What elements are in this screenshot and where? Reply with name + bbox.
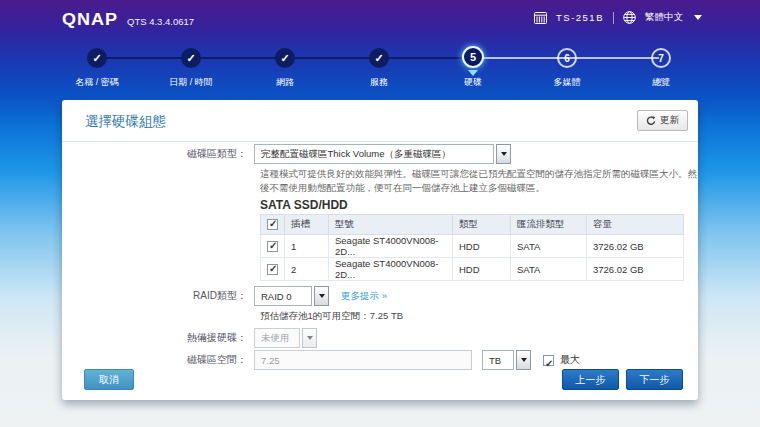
dropdown-arrow-icon[interactable] bbox=[496, 144, 511, 164]
next-step-button[interactable]: 下一步 bbox=[626, 369, 683, 390]
globe-icon bbox=[623, 11, 636, 24]
volume-type-label: 磁碟區類型： bbox=[62, 144, 254, 164]
panel-header: 選擇硬碟組態 更新 bbox=[62, 100, 698, 142]
check-icon bbox=[87, 48, 107, 68]
step-summary[interactable]: 7 總覽 bbox=[626, 46, 696, 89]
pool-estimate-text: 預估儲存池1的可用空間：7.25 TB bbox=[260, 310, 403, 323]
table-header-row: 插槽 型號 類型 匯流排類型 容量 bbox=[261, 215, 684, 235]
column-type: 類型 bbox=[453, 215, 511, 235]
volume-type-row: 磁碟區類型： 完整配置磁碟區Thick Volume（多重磁碟區） bbox=[62, 144, 511, 164]
refresh-button[interactable]: 更新 bbox=[637, 110, 688, 131]
column-slot: 插槽 bbox=[285, 215, 329, 235]
raid-type-select[interactable]: RAID 0 bbox=[254, 286, 329, 306]
table-row[interactable]: 1 Seagate ST4000VN008-2D... HDD SATA 372… bbox=[261, 235, 684, 258]
setup-stepper: 名稱 / 密碼 日期 / 時間 網路 服務 5 硬碟 6 多媒體 7 總覽 bbox=[62, 46, 696, 88]
raid-type-label: RAID類型： bbox=[62, 286, 254, 306]
brand: QNAP QTS 4.3.4.0617 bbox=[62, 9, 194, 30]
divider bbox=[613, 12, 614, 24]
column-capacity: 容量 bbox=[587, 215, 684, 235]
volume-space-input[interactable] bbox=[254, 350, 472, 370]
step-name-password[interactable]: 名稱 / 密碼 bbox=[62, 46, 132, 89]
dropdown-arrow-icon bbox=[302, 328, 317, 348]
step-number: 7 bbox=[651, 48, 671, 68]
active-step-pointer-icon bbox=[468, 70, 478, 76]
previous-step-button[interactable]: 上一步 bbox=[562, 369, 619, 390]
check-icon bbox=[181, 48, 201, 68]
dropdown-arrow-icon[interactable] bbox=[516, 350, 531, 370]
step-number: 5 bbox=[462, 46, 484, 68]
column-model: 型號 bbox=[329, 215, 453, 235]
max-label: 最大 bbox=[560, 350, 580, 370]
cancel-button[interactable]: 取消 bbox=[84, 369, 134, 390]
dropdown-arrow-icon[interactable] bbox=[314, 286, 329, 306]
step-date-time[interactable]: 日期 / 時間 bbox=[156, 46, 226, 89]
more-hints-link[interactable]: 更多提示 » bbox=[341, 286, 387, 306]
step-disk-active[interactable]: 5 硬碟 bbox=[438, 46, 508, 89]
step-network[interactable]: 網路 bbox=[250, 46, 320, 89]
qnap-logo: QNAP bbox=[62, 10, 118, 29]
hot-spare-select: 未使用 bbox=[254, 328, 317, 348]
top-bar: QNAP QTS 4.3.4.0617 TS-251B 繁體中文 bbox=[0, 0, 760, 34]
volume-type-description: 這種模式可提供良好的效能與彈性。磁碟區可讓您從已預先配置空間的儲存池指定所需的磁… bbox=[260, 167, 698, 195]
chevron-down-icon[interactable] bbox=[694, 15, 702, 20]
select-all-checkbox[interactable] bbox=[267, 219, 278, 230]
disk-checkbox[interactable] bbox=[267, 264, 278, 275]
volume-space-label: 磁碟區空間： bbox=[62, 350, 254, 370]
max-checkbox[interactable] bbox=[543, 355, 554, 366]
unit-select[interactable]: TB bbox=[482, 350, 531, 370]
disk-checkbox[interactable] bbox=[267, 241, 278, 252]
qts-version: QTS 4.3.4.0617 bbox=[127, 16, 194, 27]
step-multimedia[interactable]: 6 多媒體 bbox=[532, 46, 602, 89]
disk-table: 插槽 型號 類型 匯流排類型 容量 1 Seagate ST4000VN008-… bbox=[260, 214, 684, 281]
device-name: TS-251B bbox=[556, 12, 604, 23]
disks-heading: SATA SSD/HDD bbox=[260, 198, 348, 212]
volume-type-select[interactable]: 完整配置磁碟區Thick Volume（多重磁碟區） bbox=[254, 144, 511, 164]
page-title: 選擇硬碟組態 bbox=[85, 113, 166, 131]
raid-type-row: RAID類型： RAID 0 更多提示 » bbox=[62, 286, 387, 306]
disk-configuration-panel: 選擇硬碟組態 更新 磁碟區類型： 完整配置磁碟區Thick Volume（多重磁… bbox=[62, 100, 698, 400]
step-number: 6 bbox=[557, 48, 577, 68]
volume-space-row: 磁碟區空間： TB 最大 bbox=[62, 350, 580, 370]
column-bus-type: 匯流排類型 bbox=[511, 215, 587, 235]
language-selector[interactable]: 繁體中文 bbox=[645, 11, 683, 24]
table-row[interactable]: 2 Seagate ST4000VN008-2D... HDD SATA 372… bbox=[261, 258, 684, 281]
check-icon bbox=[275, 48, 295, 68]
refresh-icon bbox=[646, 116, 656, 126]
check-icon bbox=[369, 48, 389, 68]
hot-spare-label: 熱備援硬碟： bbox=[62, 328, 254, 348]
hot-spare-row: 熱備援硬碟： 未使用 bbox=[62, 328, 317, 348]
step-services[interactable]: 服務 bbox=[344, 46, 414, 89]
nas-device-icon bbox=[534, 12, 547, 24]
